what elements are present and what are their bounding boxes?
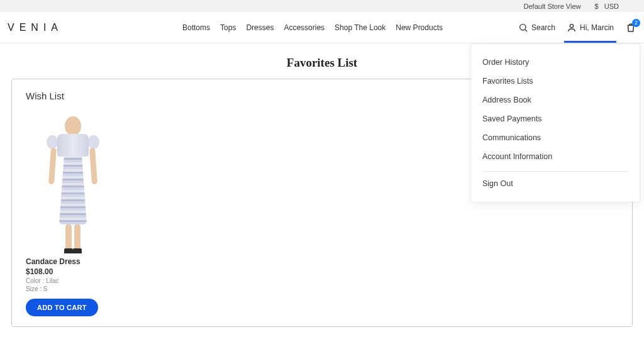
- menu-item-saved-payments[interactable]: Saved Payments: [482, 109, 628, 128]
- cart-count-badge: 2: [632, 19, 640, 27]
- nav-item-dresses[interactable]: Dresses: [246, 23, 274, 32]
- currency-switcher[interactable]: $ USD: [594, 3, 619, 10]
- product-price: $108.00: [26, 267, 120, 276]
- menu-item-favorites-lists[interactable]: Favorites Lists: [482, 72, 628, 91]
- search-label: Search: [531, 23, 555, 32]
- svg-point-0: [520, 24, 526, 30]
- product-figure: [48, 115, 98, 253]
- search-trigger[interactable]: Search: [518, 23, 555, 33]
- user-icon: [567, 23, 577, 33]
- svg-line-1: [525, 30, 527, 31]
- account-dropdown: Order History Favorites Lists Address Bo…: [470, 43, 640, 202]
- menu-item-account-information[interactable]: Account Information: [482, 147, 628, 166]
- product-tile: Candace Dress $108.00 Color : Lilac Size…: [26, 108, 120, 316]
- product-name[interactable]: Candace Dress: [26, 257, 120, 266]
- menu-item-address-book[interactable]: Address Book: [482, 91, 628, 109]
- cart-trigger[interactable]: 2: [625, 22, 636, 33]
- active-indicator: [564, 41, 616, 43]
- add-to-cart-button[interactable]: ADD TO CART: [26, 299, 98, 316]
- nav-item-shop-the-look[interactable]: Shop The Look: [335, 23, 386, 32]
- top-utility-bar: Default Store View $ USD: [0, 0, 644, 12]
- svg-point-2: [570, 24, 573, 27]
- menu-separator: [482, 171, 628, 172]
- menu-item-sign-out[interactable]: Sign Out: [482, 174, 628, 193]
- store-view-switcher[interactable]: Default Store View: [524, 3, 581, 10]
- site-logo[interactable]: VENIA: [8, 22, 63, 33]
- product-image[interactable]: [26, 108, 120, 253]
- nav-item-new-products[interactable]: New Products: [396, 23, 443, 32]
- menu-item-communications[interactable]: Communications: [482, 128, 628, 147]
- nav-item-tops[interactable]: Tops: [220, 23, 236, 32]
- account-greeting: Hi, Marcin: [580, 23, 614, 32]
- currency-code: USD: [604, 3, 619, 10]
- primary-nav: Bottoms Tops Dresses Accessories Shop Th…: [182, 23, 443, 32]
- product-attr-size: Size : S: [26, 285, 120, 292]
- product-attr-color: Color : Lilac: [26, 277, 120, 284]
- nav-item-bottoms[interactable]: Bottoms: [182, 23, 210, 32]
- account-trigger[interactable]: Hi, Marcin: [567, 23, 614, 33]
- nav-item-accessories[interactable]: Accessories: [284, 23, 325, 32]
- header-actions: Search Hi, Marcin 2: [518, 22, 636, 33]
- menu-item-order-history[interactable]: Order History: [482, 53, 628, 72]
- search-icon: [518, 23, 528, 33]
- currency-symbol: $: [594, 3, 598, 10]
- site-header: VENIA Bottoms Tops Dresses Accessories S…: [0, 12, 644, 43]
